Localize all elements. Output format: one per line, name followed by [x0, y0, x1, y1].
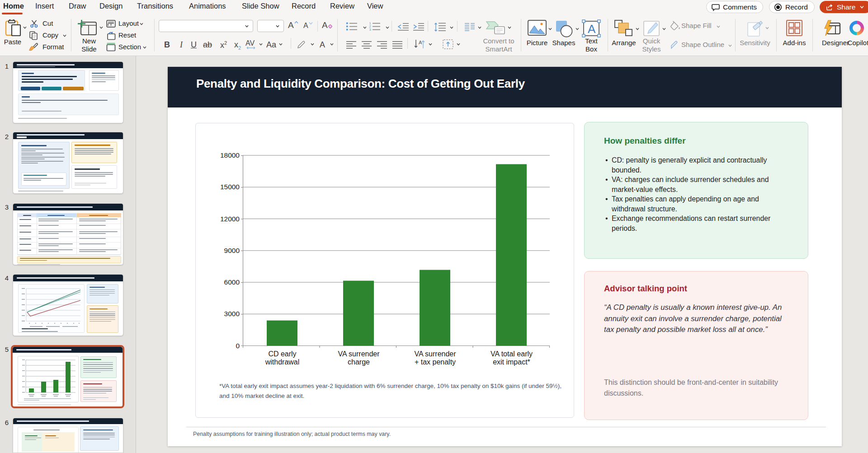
svg-text:3000: 3000 [224, 310, 240, 318]
svg-text:VA surrender: VA surrender [338, 350, 380, 358]
svg-text:0: 0 [236, 342, 240, 350]
svg-text:charge: charge [348, 358, 370, 366]
svg-text:+ tax penalty: + tax penalty [415, 358, 456, 366]
svg-text:withdrawal: withdrawal [265, 358, 300, 366]
svg-text:VA surrender: VA surrender [414, 350, 456, 358]
svg-text:exit impact*: exit impact* [493, 358, 530, 366]
svg-text:9000: 9000 [224, 247, 240, 254]
svg-text:18000: 18000 [220, 151, 240, 159]
svg-text:A: A [419, 40, 422, 45]
svg-text:15000: 15000 [220, 183, 240, 191]
svg-text:VA total early: VA total early [491, 350, 533, 358]
svg-text:A: A [588, 22, 596, 36]
svg-text:CD early: CD early [268, 350, 296, 358]
svg-text:12000: 12000 [220, 215, 240, 223]
svg-text:3: 3 [369, 28, 371, 32]
svg-text:6000: 6000 [224, 278, 240, 286]
